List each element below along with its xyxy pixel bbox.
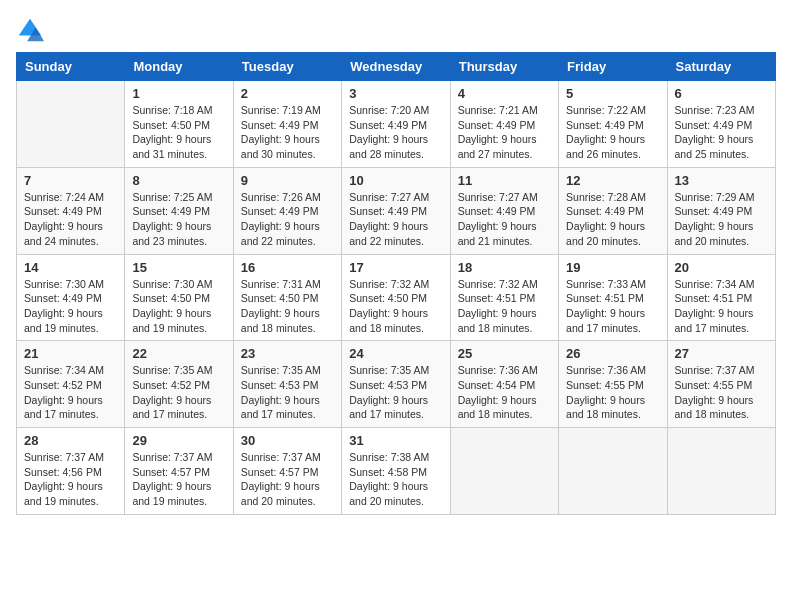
day-number: 25 — [458, 346, 551, 361]
day-number: 31 — [349, 433, 442, 448]
day-number: 1 — [132, 86, 225, 101]
calendar-table: SundayMondayTuesdayWednesdayThursdayFrid… — [16, 52, 776, 515]
day-number: 20 — [675, 260, 768, 275]
day-info: Sunrise: 7:27 AM Sunset: 4:49 PM Dayligh… — [458, 190, 551, 249]
day-info: Sunrise: 7:33 AM Sunset: 4:51 PM Dayligh… — [566, 277, 659, 336]
day-info: Sunrise: 7:35 AM Sunset: 4:53 PM Dayligh… — [349, 363, 442, 422]
day-number: 11 — [458, 173, 551, 188]
day-info: Sunrise: 7:21 AM Sunset: 4:49 PM Dayligh… — [458, 103, 551, 162]
calendar-cell: 13Sunrise: 7:29 AM Sunset: 4:49 PM Dayli… — [667, 167, 775, 254]
calendar-cell: 31Sunrise: 7:38 AM Sunset: 4:58 PM Dayli… — [342, 428, 450, 515]
calendar-cell — [559, 428, 667, 515]
calendar-cell — [17, 81, 125, 168]
weekday-header-friday: Friday — [559, 53, 667, 81]
calendar-cell: 26Sunrise: 7:36 AM Sunset: 4:55 PM Dayli… — [559, 341, 667, 428]
day-info: Sunrise: 7:34 AM Sunset: 4:51 PM Dayligh… — [675, 277, 768, 336]
day-info: Sunrise: 7:23 AM Sunset: 4:49 PM Dayligh… — [675, 103, 768, 162]
day-number: 3 — [349, 86, 442, 101]
day-info: Sunrise: 7:37 AM Sunset: 4:55 PM Dayligh… — [675, 363, 768, 422]
day-number: 16 — [241, 260, 334, 275]
calendar-cell: 16Sunrise: 7:31 AM Sunset: 4:50 PM Dayli… — [233, 254, 341, 341]
day-info: Sunrise: 7:32 AM Sunset: 4:50 PM Dayligh… — [349, 277, 442, 336]
day-number: 5 — [566, 86, 659, 101]
calendar-cell: 19Sunrise: 7:33 AM Sunset: 4:51 PM Dayli… — [559, 254, 667, 341]
weekday-header-sunday: Sunday — [17, 53, 125, 81]
calendar-cell: 28Sunrise: 7:37 AM Sunset: 4:56 PM Dayli… — [17, 428, 125, 515]
calendar-cell: 20Sunrise: 7:34 AM Sunset: 4:51 PM Dayli… — [667, 254, 775, 341]
day-number: 19 — [566, 260, 659, 275]
calendar-cell: 21Sunrise: 7:34 AM Sunset: 4:52 PM Dayli… — [17, 341, 125, 428]
logo — [16, 16, 48, 44]
day-number: 21 — [24, 346, 117, 361]
day-info: Sunrise: 7:19 AM Sunset: 4:49 PM Dayligh… — [241, 103, 334, 162]
day-info: Sunrise: 7:29 AM Sunset: 4:49 PM Dayligh… — [675, 190, 768, 249]
calendar-cell: 10Sunrise: 7:27 AM Sunset: 4:49 PM Dayli… — [342, 167, 450, 254]
day-number: 13 — [675, 173, 768, 188]
day-number: 14 — [24, 260, 117, 275]
day-number: 30 — [241, 433, 334, 448]
day-info: Sunrise: 7:24 AM Sunset: 4:49 PM Dayligh… — [24, 190, 117, 249]
day-info: Sunrise: 7:37 AM Sunset: 4:57 PM Dayligh… — [241, 450, 334, 509]
day-info: Sunrise: 7:27 AM Sunset: 4:49 PM Dayligh… — [349, 190, 442, 249]
calendar-cell: 12Sunrise: 7:28 AM Sunset: 4:49 PM Dayli… — [559, 167, 667, 254]
calendar-cell: 2Sunrise: 7:19 AM Sunset: 4:49 PM Daylig… — [233, 81, 341, 168]
calendar-cell: 22Sunrise: 7:35 AM Sunset: 4:52 PM Dayli… — [125, 341, 233, 428]
weekday-header-thursday: Thursday — [450, 53, 558, 81]
day-info: Sunrise: 7:18 AM Sunset: 4:50 PM Dayligh… — [132, 103, 225, 162]
day-info: Sunrise: 7:37 AM Sunset: 4:56 PM Dayligh… — [24, 450, 117, 509]
day-number: 23 — [241, 346, 334, 361]
weekday-header-tuesday: Tuesday — [233, 53, 341, 81]
calendar-cell: 29Sunrise: 7:37 AM Sunset: 4:57 PM Dayli… — [125, 428, 233, 515]
day-info: Sunrise: 7:34 AM Sunset: 4:52 PM Dayligh… — [24, 363, 117, 422]
day-info: Sunrise: 7:22 AM Sunset: 4:49 PM Dayligh… — [566, 103, 659, 162]
calendar-week-row: 21Sunrise: 7:34 AM Sunset: 4:52 PM Dayli… — [17, 341, 776, 428]
calendar-cell: 11Sunrise: 7:27 AM Sunset: 4:49 PM Dayli… — [450, 167, 558, 254]
calendar-cell: 15Sunrise: 7:30 AM Sunset: 4:50 PM Dayli… — [125, 254, 233, 341]
day-info: Sunrise: 7:35 AM Sunset: 4:52 PM Dayligh… — [132, 363, 225, 422]
calendar-cell: 14Sunrise: 7:30 AM Sunset: 4:49 PM Dayli… — [17, 254, 125, 341]
day-info: Sunrise: 7:36 AM Sunset: 4:55 PM Dayligh… — [566, 363, 659, 422]
calendar-header-row: SundayMondayTuesdayWednesdayThursdayFrid… — [17, 53, 776, 81]
calendar-cell — [450, 428, 558, 515]
calendar-cell: 30Sunrise: 7:37 AM Sunset: 4:57 PM Dayli… — [233, 428, 341, 515]
calendar-cell: 8Sunrise: 7:25 AM Sunset: 4:49 PM Daylig… — [125, 167, 233, 254]
logo-icon — [16, 16, 44, 44]
day-info: Sunrise: 7:36 AM Sunset: 4:54 PM Dayligh… — [458, 363, 551, 422]
day-number: 10 — [349, 173, 442, 188]
day-number: 4 — [458, 86, 551, 101]
calendar-cell: 9Sunrise: 7:26 AM Sunset: 4:49 PM Daylig… — [233, 167, 341, 254]
weekday-header-wednesday: Wednesday — [342, 53, 450, 81]
day-info: Sunrise: 7:32 AM Sunset: 4:51 PM Dayligh… — [458, 277, 551, 336]
calendar-cell: 23Sunrise: 7:35 AM Sunset: 4:53 PM Dayli… — [233, 341, 341, 428]
calendar-week-row: 7Sunrise: 7:24 AM Sunset: 4:49 PM Daylig… — [17, 167, 776, 254]
day-number: 9 — [241, 173, 334, 188]
day-number: 6 — [675, 86, 768, 101]
day-info: Sunrise: 7:35 AM Sunset: 4:53 PM Dayligh… — [241, 363, 334, 422]
day-info: Sunrise: 7:31 AM Sunset: 4:50 PM Dayligh… — [241, 277, 334, 336]
calendar-cell: 3Sunrise: 7:20 AM Sunset: 4:49 PM Daylig… — [342, 81, 450, 168]
calendar-cell: 25Sunrise: 7:36 AM Sunset: 4:54 PM Dayli… — [450, 341, 558, 428]
page-header — [16, 16, 776, 44]
day-info: Sunrise: 7:25 AM Sunset: 4:49 PM Dayligh… — [132, 190, 225, 249]
calendar-week-row: 28Sunrise: 7:37 AM Sunset: 4:56 PM Dayli… — [17, 428, 776, 515]
calendar-cell: 4Sunrise: 7:21 AM Sunset: 4:49 PM Daylig… — [450, 81, 558, 168]
day-number: 2 — [241, 86, 334, 101]
weekday-header-saturday: Saturday — [667, 53, 775, 81]
day-info: Sunrise: 7:20 AM Sunset: 4:49 PM Dayligh… — [349, 103, 442, 162]
calendar-cell: 18Sunrise: 7:32 AM Sunset: 4:51 PM Dayli… — [450, 254, 558, 341]
day-info: Sunrise: 7:26 AM Sunset: 4:49 PM Dayligh… — [241, 190, 334, 249]
calendar-cell: 7Sunrise: 7:24 AM Sunset: 4:49 PM Daylig… — [17, 167, 125, 254]
day-number: 8 — [132, 173, 225, 188]
day-info: Sunrise: 7:37 AM Sunset: 4:57 PM Dayligh… — [132, 450, 225, 509]
day-info: Sunrise: 7:38 AM Sunset: 4:58 PM Dayligh… — [349, 450, 442, 509]
day-info: Sunrise: 7:30 AM Sunset: 4:49 PM Dayligh… — [24, 277, 117, 336]
day-number: 7 — [24, 173, 117, 188]
calendar-cell: 1Sunrise: 7:18 AM Sunset: 4:50 PM Daylig… — [125, 81, 233, 168]
day-info: Sunrise: 7:30 AM Sunset: 4:50 PM Dayligh… — [132, 277, 225, 336]
day-info: Sunrise: 7:28 AM Sunset: 4:49 PM Dayligh… — [566, 190, 659, 249]
day-number: 22 — [132, 346, 225, 361]
calendar-week-row: 14Sunrise: 7:30 AM Sunset: 4:49 PM Dayli… — [17, 254, 776, 341]
day-number: 27 — [675, 346, 768, 361]
calendar-cell: 5Sunrise: 7:22 AM Sunset: 4:49 PM Daylig… — [559, 81, 667, 168]
calendar-cell: 27Sunrise: 7:37 AM Sunset: 4:55 PM Dayli… — [667, 341, 775, 428]
